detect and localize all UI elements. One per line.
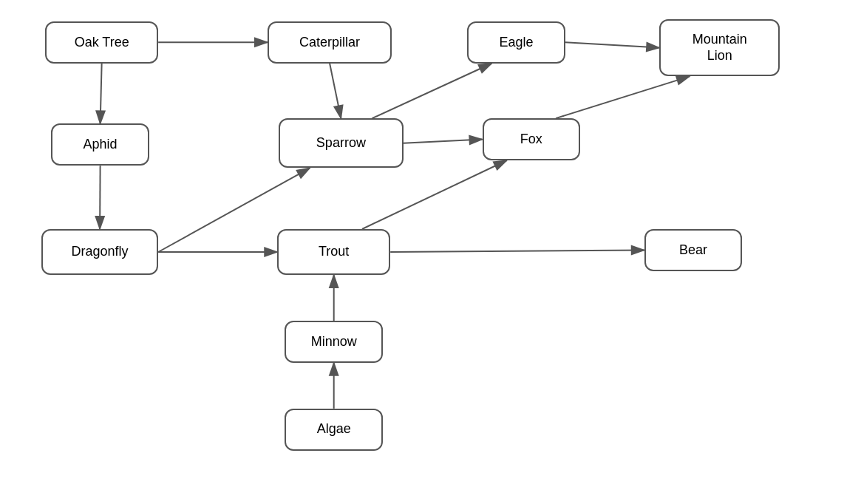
trout-node: Trout bbox=[277, 229, 390, 275]
svg-line-12 bbox=[565, 42, 659, 47]
svg-line-11 bbox=[556, 76, 690, 118]
svg-marker-0 bbox=[0, 0, 7, 5]
svg-line-7 bbox=[404, 140, 483, 143]
svg-line-3 bbox=[330, 64, 341, 118]
aphid-node: Aphid bbox=[51, 123, 149, 166]
caterpillar-node: Caterpillar bbox=[268, 21, 392, 64]
svg-line-4 bbox=[100, 166, 101, 229]
sparrow-node: Sparrow bbox=[279, 118, 403, 168]
mountain-lion-node: MountainLion bbox=[659, 19, 780, 77]
eagle-node: Eagle bbox=[467, 21, 565, 64]
oak-tree-node: Oak Tree bbox=[45, 21, 158, 64]
diagram-container: Oak TreeCaterpillarEagleMountainLionAphi… bbox=[0, 0, 844, 504]
svg-line-8 bbox=[372, 64, 491, 118]
svg-line-10 bbox=[390, 250, 644, 252]
dragonfly-node: Dragonfly bbox=[41, 229, 158, 275]
svg-line-9 bbox=[362, 160, 507, 229]
bear-node: Bear bbox=[644, 229, 743, 271]
fox-node: Fox bbox=[483, 118, 581, 160]
algae-node: Algae bbox=[285, 409, 383, 451]
svg-line-2 bbox=[101, 64, 102, 124]
minnow-node: Minnow bbox=[285, 321, 383, 363]
